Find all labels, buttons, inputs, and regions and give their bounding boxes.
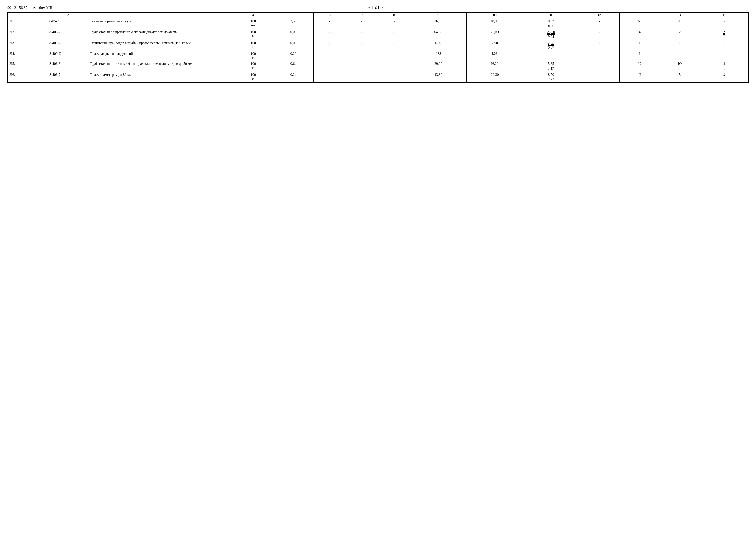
row-col14: 49 [660,18,700,29]
row-col12: - [579,29,620,40]
row-col14: - [660,40,700,51]
row-col7: - [346,72,378,83]
row-num: 2I4. [8,51,48,61]
col-header-6: 6 [314,12,346,18]
col-header-15: I5 [700,12,748,18]
row-col7: - [346,18,378,29]
row-col10: 22,30 [466,72,523,83]
row-col10: I,26 [466,51,523,61]
row-col7: - [346,29,378,40]
row-col7: - [346,40,378,51]
row-description: Труба стальная в готовых бороз- дах или … [88,61,233,72]
row-col8: - [378,51,410,61]
row-qty: 100м [233,29,274,40]
table-row: 2I3.8-409-2Затягивание про- водов в труб… [8,40,748,51]
col-header-7: 7 [346,12,378,18]
row-col10: I8,90 [466,18,523,29]
doc-id: 901-2-156.87 Альбом УШ [7,6,52,10]
row-code: 8-409-I2 [48,51,88,61]
col-header-5: 5 [273,12,314,18]
page-number: - 121 - [368,5,384,10]
row-col6: - [314,29,346,40]
col-header-10: IO [466,12,523,18]
row-code: 8-406-6 [48,61,88,72]
row-col5: 2,59 [273,18,314,29]
row-col13: I [620,40,660,51]
row-col11: 5,65I,47 [523,61,579,72]
row-description: Затягивание про- водов в трубы - провод … [88,40,233,51]
row-col8: - [378,40,410,51]
row-description: То же, диамет- ром до 80 мм [88,72,233,83]
row-col15: 4I [700,61,748,72]
row-col11: 0,020,0I [523,18,579,29]
row-qty: 100шт [233,18,274,29]
row-qty: 100м [233,72,274,83]
row-col10: 28,IO [466,29,523,40]
row-col15: - [700,18,748,29]
col-header-11: II [523,12,579,18]
row-col5: 0,06 [273,29,314,40]
row-col5: 0,06 [273,40,314,51]
row-qty: 100м [233,51,274,61]
row-col5: 0,64 [273,61,314,72]
table-row: 2I6.8-406-7То же, диамет- ром до 80 мм10… [8,72,748,83]
col-header-12: I2 [579,12,620,18]
header-row: I 2 3 4 5 6 7 8 9 IO II I2 I3 I4 I5 [8,12,748,18]
col-header-8: 8 [378,12,410,18]
row-num: 2I5. [8,61,48,72]
row-col12: - [579,61,620,72]
row-col8: - [378,18,410,29]
row-col14: IO [660,61,700,72]
row-num: 2I3. [8,40,48,51]
table-row: 2II.8-85-2Зажим наборный без кожуха100шт… [8,18,748,29]
row-col12: - [579,72,620,83]
row-col6: - [314,18,346,29]
row-code: 8-409-2 [48,40,88,51]
row-col8: - [378,29,410,40]
row-col13: I9 [620,61,660,72]
row-col8: - [378,72,410,83]
col-header-2: 2 [48,12,88,18]
page-header: 901-2-156.87 Альбом УШ - 121 - [7,5,749,10]
row-col10: 2,90 [466,40,523,51]
col-header-3: 3 [88,12,233,18]
row-col5: 0,20 [273,51,314,61]
row-col13: II [620,72,660,83]
row-col12: - [579,18,620,29]
row-col14: - [660,51,700,61]
main-table: I 2 3 4 5 6 7 8 9 IO II I2 I3 I4 I5 2II.… [7,12,749,83]
row-col9: 29,90 [410,61,466,72]
row-col11: - [523,51,579,61]
row-col7: - [346,61,378,72]
row-col13: 4 [620,29,660,40]
row-num: 2I6. [8,72,48,83]
row-qty: 100п [233,40,274,51]
row-description: Труба стальная с креплением скобами диам… [88,29,233,40]
col-header-4: 4 [233,12,274,18]
row-col15: - [700,40,748,51]
col-header-1: I [8,12,48,18]
row-qty: 100м [233,61,274,72]
row-col6: - [314,72,346,83]
row-num: 2I2. [8,29,48,40]
row-col9: 26,50 [410,18,466,29]
row-col11: 2,850,87 [523,40,579,51]
col-header-9: 9 [410,12,466,18]
row-col14: 2 [660,29,700,40]
row-col10: I6,20 [466,61,523,72]
row-description: Зажим наборный без кожуха [88,18,233,29]
row-col12: - [579,51,620,61]
row-code: 8-406-7 [48,72,88,83]
row-col9: 43,80 [410,72,466,83]
row-code: 8-85-2 [48,18,88,29]
row-col9: 6,02 [410,40,466,51]
row-col6: - [314,40,346,51]
row-col13: 69 [620,18,660,29]
row-col15: - [700,51,748,61]
table-row: 2I4.8-409-I2То же, каждый последующий100… [8,51,748,61]
row-col13: I [620,51,660,61]
col-header-14: I4 [660,12,700,18]
row-col9: 64,IO [410,29,466,40]
row-col5: 0,24 [273,72,314,83]
row-col15: 3I [700,72,748,83]
